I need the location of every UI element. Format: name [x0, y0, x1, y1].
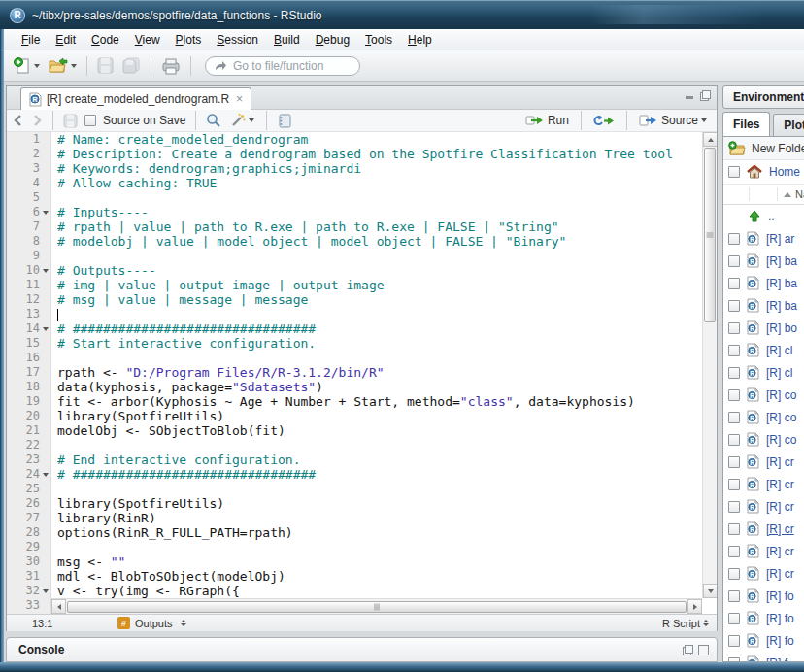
- file-checkbox[interactable]: [728, 367, 740, 379]
- file-checkbox[interactable]: [728, 568, 740, 580]
- file-checkbox[interactable]: [728, 233, 740, 245]
- file-link[interactable]: [R] f: [766, 656, 787, 663]
- save-all-button[interactable]: [120, 55, 143, 76]
- file-link[interactable]: [R] cr: [766, 455, 794, 469]
- file-link[interactable]: [R] co: [766, 433, 796, 447]
- file-checkbox[interactable]: [728, 657, 740, 663]
- code-line-27[interactable]: 27library(RinR): [7, 511, 717, 525]
- file-link[interactable]: ..: [768, 210, 775, 223]
- find-replace-icon[interactable]: [206, 113, 221, 128]
- file-link[interactable]: [R] ba: [766, 299, 797, 313]
- menu-item-view[interactable]: View: [127, 30, 168, 50]
- file-checkbox[interactable]: [728, 389, 740, 401]
- file-link[interactable]: [R] ba: [766, 277, 797, 290]
- code-line-11[interactable]: 11# img | value | output image | output …: [7, 278, 717, 292]
- code-line-32[interactable]: 32v <- try(img <- RGraph({: [7, 584, 717, 598]
- file-checkbox[interactable]: [728, 412, 740, 423]
- tab-close-icon[interactable]: ×: [236, 92, 243, 106]
- menu-item-plots[interactable]: Plots: [168, 30, 210, 50]
- compile-notebook-icon[interactable]: [277, 114, 292, 128]
- back-icon[interactable]: [13, 115, 24, 126]
- file-type-selector[interactable]: R Script: [662, 618, 709, 629]
- code-line-10[interactable]: 10# Outputs----: [7, 263, 717, 278]
- vertical-scrollbar[interactable]: [702, 132, 717, 598]
- files-column-header[interactable]: Na: [723, 185, 804, 205]
- maximize-pane-icon[interactable]: [698, 645, 709, 655]
- tab-plots[interactable]: Plots: [773, 114, 804, 136]
- file-checkbox[interactable]: [728, 300, 740, 312]
- open-file-button[interactable]: [47, 55, 79, 77]
- file-checkbox[interactable]: [728, 345, 740, 356]
- fold-marker-icon[interactable]: [40, 321, 51, 336]
- file-checkbox[interactable]: [728, 479, 740, 490]
- file-checkbox[interactable]: [728, 278, 740, 289]
- file-link[interactable]: [R] cr: [766, 567, 794, 581]
- breadcrumb-home-link[interactable]: Home: [769, 165, 800, 179]
- menu-item-code[interactable]: Code: [84, 30, 127, 50]
- code-line-13[interactable]: 13: [7, 307, 717, 321]
- menu-item-debug[interactable]: Debug: [308, 30, 357, 50]
- code-line-15[interactable]: 15# Start interactive configuration.: [7, 336, 717, 351]
- print-button[interactable]: [159, 55, 183, 77]
- code-line-25[interactable]: 25: [7, 482, 717, 496]
- scroll-up-button[interactable]: [703, 132, 717, 147]
- maximize-pane-icon[interactable]: [700, 90, 711, 101]
- editor-tab-create-modeled-dendrogram[interactable]: R [R] create_modeled_dendrogram.R ×: [20, 87, 251, 110]
- file-link[interactable]: [R] cr: [766, 500, 794, 514]
- file-checkbox[interactable]: [728, 255, 740, 267]
- horizontal-scrollbar-thumb[interactable]: [67, 601, 687, 613]
- fold-marker-icon[interactable]: [40, 467, 51, 482]
- file-link[interactable]: [R] cr: [766, 478, 794, 491]
- code-line-2[interactable]: 2# Description: Create a dendrogram base…: [7, 147, 717, 161]
- minimize-pane-icon[interactable]: [685, 90, 695, 101]
- save-icon[interactable]: [63, 114, 78, 128]
- code-line-24[interactable]: 24# ################################: [7, 467, 717, 482]
- code-line-21[interactable]: 21modelObj <- SObjectToBlob(fit): [7, 423, 717, 438]
- code-editor[interactable]: 1# Name: create_modeled_dendrogram2# Des…: [7, 132, 717, 614]
- file-checkbox[interactable]: [728, 322, 740, 334]
- code-line-12[interactable]: 12# msg | value | message | message: [7, 292, 717, 307]
- file-link[interactable]: [R] cr: [766, 545, 794, 558]
- select-all-checkbox[interactable]: [728, 166, 740, 178]
- code-line-30[interactable]: 30msg <- "": [7, 554, 717, 569]
- code-line-31[interactable]: 31mdl <- BlobToSObject(modelObj): [7, 569, 717, 584]
- code-line-22[interactable]: 22: [7, 438, 717, 453]
- code-line-9[interactable]: 9: [7, 249, 717, 263]
- code-line-7[interactable]: 7# rpath | value | path to R.exe | path …: [7, 219, 717, 234]
- code-line-17[interactable]: 17rpath <- "D:/Program Files/R/R-3.1.2/b…: [7, 365, 717, 380]
- file-link[interactable]: [R] cr: [766, 522, 794, 536]
- code-line-28[interactable]: 28options(RinR_R_FULL_PATH=rpath): [7, 525, 717, 540]
- code-line-18[interactable]: 18data(kyphosis, package="Sdatasets"): [7, 380, 717, 394]
- console-pane[interactable]: Console: [6, 637, 718, 662]
- new-file-button[interactable]: [12, 55, 42, 77]
- file-checkbox[interactable]: [728, 456, 740, 468]
- file-link[interactable]: [R] bo: [766, 321, 797, 335]
- code-line-14[interactable]: 14# ################################: [7, 321, 717, 336]
- file-link[interactable]: [R] fo: [766, 634, 794, 648]
- file-checkbox[interactable]: [728, 523, 740, 535]
- tab-files[interactable]: Files: [722, 112, 770, 136]
- code-line-16[interactable]: 16: [7, 351, 717, 365]
- code-line-29[interactable]: 29: [7, 540, 717, 554]
- menu-item-build[interactable]: Build: [266, 30, 308, 50]
- code-line-8[interactable]: 8# modelobj | value | model object | mod…: [7, 234, 717, 249]
- window-titlebar[interactable]: R ~/tibx/pre-sales/demos/spotfire/data_f…: [0, 0, 804, 29]
- code-line-19[interactable]: 19fit <- arbor(Kyphosis ~ Age + Number +…: [7, 394, 717, 409]
- file-link[interactable]: [R] co: [766, 411, 796, 424]
- code-tools-button[interactable]: [228, 111, 256, 130]
- code-line-6[interactable]: 6# Inputs----: [7, 205, 717, 219]
- new-folder-label[interactable]: New Folder: [752, 142, 804, 155]
- file-checkbox[interactable]: [728, 590, 740, 602]
- restore-pane-icon[interactable]: [683, 645, 693, 655]
- new-folder-icon[interactable]: [728, 141, 747, 156]
- file-link[interactable]: [R] ba: [766, 254, 797, 268]
- menu-item-file[interactable]: File: [14, 30, 48, 50]
- file-link[interactable]: [R] cl: [766, 344, 792, 357]
- source-on-save-checkbox[interactable]: [84, 115, 96, 126]
- code-line-5[interactable]: 5: [7, 190, 717, 205]
- file-link[interactable]: [R] fo: [766, 589, 794, 603]
- scroll-down-button[interactable]: [703, 584, 717, 598]
- file-link[interactable]: [R] cl: [766, 366, 792, 380]
- file-link[interactable]: [R] co: [766, 388, 796, 402]
- file-checkbox[interactable]: [728, 546, 740, 557]
